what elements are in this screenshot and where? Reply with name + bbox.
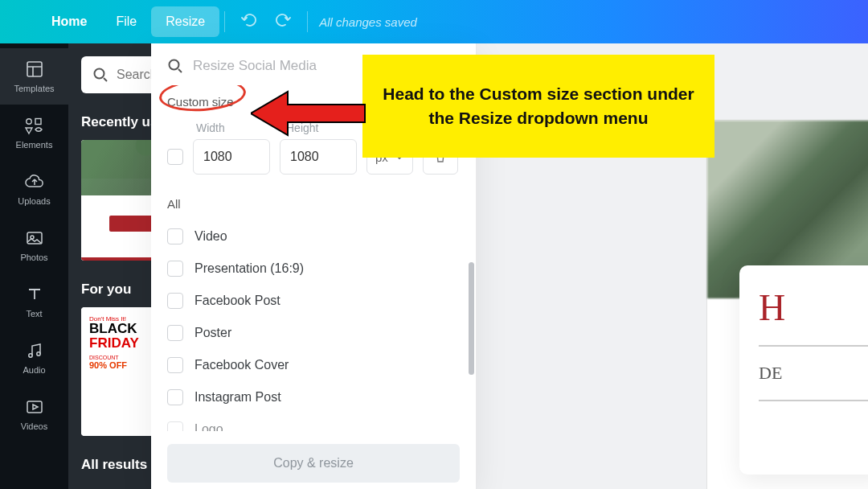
svg-point-6: [36, 352, 39, 355]
resize-option-facebook-post[interactable]: Facebook Post: [167, 285, 460, 317]
redo-button[interactable]: [273, 12, 291, 31]
width-input[interactable]: [193, 139, 270, 175]
checkbox[interactable]: [167, 357, 183, 373]
resize-menu[interactable]: Resize: [151, 6, 219, 37]
rail-templates-label: Templates: [14, 84, 54, 93]
rail-uploads[interactable]: Uploads: [0, 161, 68, 217]
option-label: Poster: [194, 326, 231, 340]
resize-option-logo[interactable]: Logo: [167, 413, 460, 431]
svg-point-5: [28, 354, 31, 357]
rail-photos[interactable]: Photos: [0, 217, 68, 273]
checkbox[interactable]: [167, 261, 183, 277]
custom-size-label: Custom size: [167, 95, 234, 109]
save-status: All changes saved: [319, 15, 417, 29]
file-label: File: [116, 14, 137, 29]
redo-icon: [273, 12, 291, 28]
top-toolbar: Home File Resize All changes saved: [0, 0, 868, 43]
option-label: Presentation (16:9): [194, 261, 304, 276]
home-button[interactable]: Home: [37, 0, 101, 43]
design-subtext: DE: [759, 363, 868, 384]
option-label: Instagram Post: [194, 390, 281, 405]
checkbox[interactable]: [167, 293, 183, 309]
rail-elements-label: Elements: [16, 140, 53, 150]
option-label: Video: [194, 229, 227, 244]
resize-option-video[interactable]: Video: [167, 220, 460, 253]
design-page[interactable]: H DE: [707, 121, 868, 489]
checkbox[interactable]: [167, 325, 183, 341]
template-text: DISCOUNT: [89, 355, 139, 360]
copy-resize-button[interactable]: Copy & resize: [167, 444, 460, 483]
rail-audio[interactable]: Audio: [0, 330, 68, 386]
rail-audio-label: Audio: [23, 365, 45, 375]
uploads-icon: [24, 172, 45, 191]
template-text: BLACK: [89, 323, 139, 335]
audio-icon: [25, 341, 44, 360]
design-heading: H: [759, 286, 868, 329]
svg-rect-7: [27, 401, 42, 413]
custom-size-checkbox[interactable]: [167, 149, 183, 165]
template-text: FRIDAY: [89, 335, 139, 351]
svg-point-1: [26, 119, 31, 124]
resize-label: Resize: [166, 14, 205, 29]
option-label: Logo: [194, 422, 223, 431]
rail-text-label: Text: [26, 309, 42, 318]
back-button[interactable]: [8, 0, 37, 43]
rail-photos-label: Photos: [20, 253, 47, 262]
rail-videos[interactable]: Videos: [0, 386, 68, 442]
divider: [759, 400, 868, 401]
svg-point-9: [170, 60, 179, 70]
checkbox[interactable]: [167, 389, 183, 405]
home-label: Home: [51, 14, 87, 29]
annotation-callout: Head to the Custom size section under th…: [362, 55, 714, 158]
option-label: Facebook Cover: [194, 358, 289, 372]
toolbar-divider: [307, 11, 308, 32]
rail-uploads-label: Uploads: [18, 196, 50, 206]
undo-icon: [241, 12, 259, 28]
height-input[interactable]: [280, 139, 357, 175]
rail-videos-label: Videos: [21, 421, 47, 431]
rail-text[interactable]: Text: [0, 273, 68, 330]
file-menu[interactable]: File: [101, 0, 151, 43]
text-icon: [25, 285, 44, 304]
resize-option-facebook-cover[interactable]: Facebook Cover: [167, 349, 460, 381]
resize-option-presentation[interactable]: Presentation (16:9): [167, 253, 460, 285]
svg-rect-0: [27, 62, 42, 76]
resize-option-poster[interactable]: Poster: [167, 317, 460, 349]
option-label: Facebook Post: [194, 294, 280, 308]
rail-elements[interactable]: Elements: [0, 105, 68, 161]
all-section-label: All: [167, 197, 460, 211]
resize-option-instagram-post[interactable]: Instagram Post: [167, 381, 460, 413]
scrollbar-thumb[interactable]: [469, 262, 474, 375]
rail-templates[interactable]: Templates: [0, 48, 68, 105]
width-label: Width: [196, 121, 273, 134]
svg-point-8: [95, 69, 104, 79]
checkbox[interactable]: [167, 421, 183, 431]
search-icon: [167, 58, 183, 74]
templates-icon: [25, 60, 44, 79]
left-rail: Templates Elements Uploads Photos Text A…: [0, 43, 68, 489]
elements-icon: [24, 116, 45, 135]
undo-button[interactable]: [241, 12, 259, 31]
toolbar-divider: [224, 11, 225, 32]
videos-icon: [25, 397, 44, 417]
height-label: Height: [286, 121, 318, 134]
divider: [759, 345, 868, 347]
search-icon: [92, 67, 108, 83]
template-text: 90% OFF: [89, 360, 139, 370]
checkbox[interactable]: [167, 228, 183, 244]
callout-text: Head to the Custom size section under th…: [382, 82, 695, 131]
svg-rect-2: [35, 119, 41, 125]
design-content-card: H DE: [739, 265, 868, 475]
photos-icon: [25, 228, 44, 248]
